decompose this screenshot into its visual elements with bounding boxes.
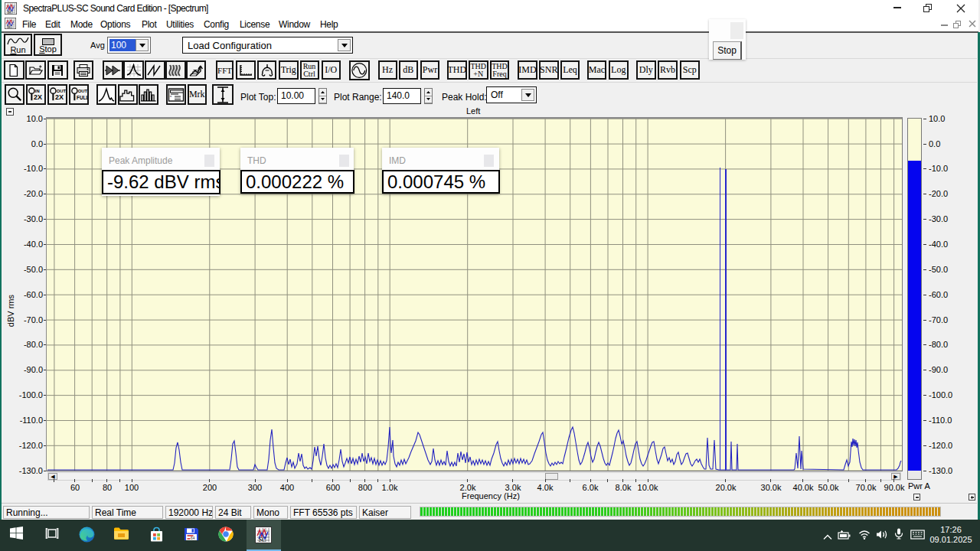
svg-text:64: 64 <box>191 536 195 540</box>
svg-text:M: M <box>170 95 172 98</box>
svg-text:SC: SC <box>259 536 266 543</box>
svg-text:2X: 2X <box>55 93 64 101</box>
svg-text:FULL: FULL <box>77 95 87 100</box>
svg-text:OUT: OUT <box>78 89 87 93</box>
